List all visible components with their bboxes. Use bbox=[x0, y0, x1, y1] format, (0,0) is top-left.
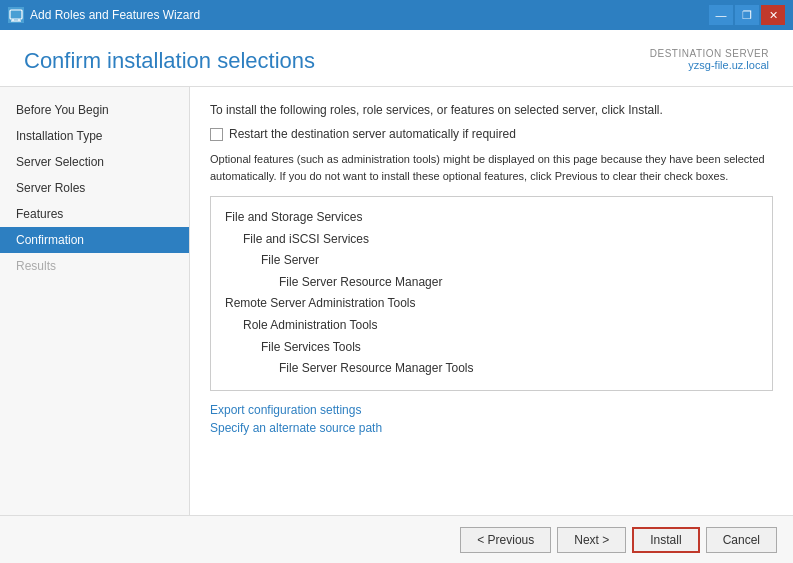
feature-item: File Services Tools bbox=[261, 337, 758, 359]
sidebar-item-features[interactable]: Features bbox=[0, 201, 189, 227]
main-content: To install the following roles, role ser… bbox=[190, 87, 793, 515]
destination-server: yzsg-file.uz.local bbox=[650, 59, 769, 71]
svg-rect-0 bbox=[10, 10, 22, 19]
wizard-footer: < Previous Next > Install Cancel bbox=[0, 515, 793, 563]
features-box: File and Storage ServicesFile and iSCSI … bbox=[210, 196, 773, 391]
wizard-content: Before You BeginInstallation TypeServer … bbox=[0, 87, 793, 515]
restart-label: Restart the destination server automatic… bbox=[229, 127, 516, 141]
feature-item: File and Storage Services bbox=[225, 207, 758, 229]
page-title: Confirm installation selections bbox=[24, 48, 315, 74]
title-bar: Add Roles and Features Wizard — ❐ ✕ bbox=[0, 0, 793, 30]
window-title: Add Roles and Features Wizard bbox=[30, 8, 200, 22]
next-button[interactable]: Next > bbox=[557, 527, 626, 553]
restore-button[interactable]: ❐ bbox=[735, 5, 759, 25]
minimize-button[interactable]: — bbox=[709, 5, 733, 25]
destination-info: DESTINATION SERVER yzsg-file.uz.local bbox=[650, 48, 769, 71]
install-button[interactable]: Install bbox=[632, 527, 699, 553]
window-controls: — ❐ ✕ bbox=[709, 5, 785, 25]
wizard-header: Confirm installation selections DESTINAT… bbox=[0, 30, 793, 87]
sidebar-item-before-you-begin[interactable]: Before You Begin bbox=[0, 97, 189, 123]
sidebar-item-results[interactable]: Results bbox=[0, 253, 189, 279]
feature-item: File and iSCSI Services bbox=[243, 229, 758, 251]
feature-item: Remote Server Administration Tools bbox=[225, 293, 758, 315]
feature-item: File Server Resource Manager Tools bbox=[279, 358, 758, 380]
close-button[interactable]: ✕ bbox=[761, 5, 785, 25]
wizard-body: Confirm installation selections DESTINAT… bbox=[0, 30, 793, 563]
cancel-button[interactable]: Cancel bbox=[706, 527, 777, 553]
restart-checkbox-row[interactable]: Restart the destination server automatic… bbox=[210, 127, 773, 141]
sidebar-item-server-selection[interactable]: Server Selection bbox=[0, 149, 189, 175]
sidebar-item-installation-type[interactable]: Installation Type bbox=[0, 123, 189, 149]
restart-checkbox[interactable] bbox=[210, 128, 223, 141]
sidebar: Before You BeginInstallation TypeServer … bbox=[0, 87, 190, 515]
feature-item: File Server Resource Manager bbox=[279, 272, 758, 294]
sidebar-item-server-roles[interactable]: Server Roles bbox=[0, 175, 189, 201]
feature-item: Role Administration Tools bbox=[243, 315, 758, 337]
feature-item: File Server bbox=[261, 250, 758, 272]
app-icon bbox=[8, 7, 24, 23]
destination-label: DESTINATION SERVER bbox=[650, 48, 769, 59]
source-path-link[interactable]: Specify an alternate source path bbox=[210, 421, 773, 435]
instruction-text: To install the following roles, role ser… bbox=[210, 103, 773, 117]
previous-button[interactable]: < Previous bbox=[460, 527, 551, 553]
export-link[interactable]: Export configuration settings bbox=[210, 403, 773, 417]
sidebar-item-confirmation[interactable]: Confirmation bbox=[0, 227, 189, 253]
optional-text: Optional features (such as administratio… bbox=[210, 151, 773, 184]
title-bar-left: Add Roles and Features Wizard bbox=[8, 7, 200, 23]
